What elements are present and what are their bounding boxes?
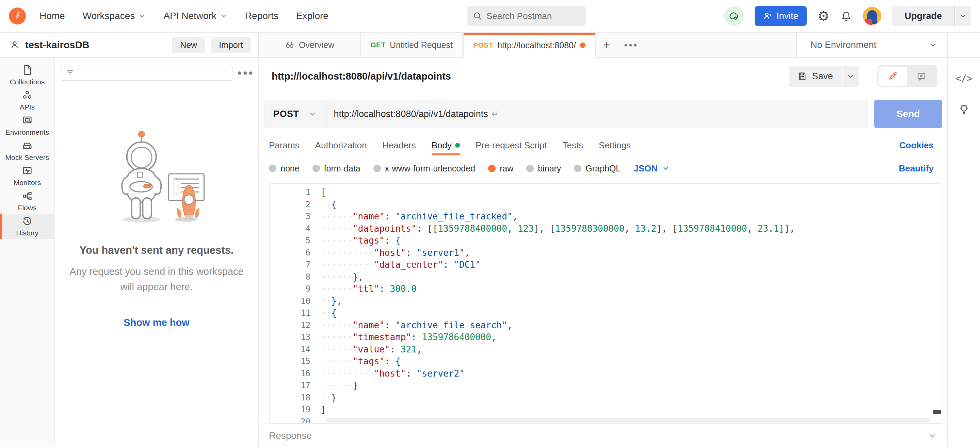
global-search[interactable]: [467, 6, 586, 26]
nav-item-api-network[interactable]: API Network: [163, 11, 228, 21]
show-me-how-link[interactable]: Show me how: [124, 317, 189, 328]
reqtab-label: Params: [269, 140, 299, 151]
history-filter-input[interactable]: [60, 65, 232, 81]
reqtab-label: Tests: [562, 140, 583, 151]
sidebar-item-collections[interactable]: Collections: [0, 63, 54, 88]
sidebar-item-flows[interactable]: Flows: [0, 189, 54, 214]
settings-gear-icon[interactable]: ⚙: [818, 8, 830, 24]
invite-button[interactable]: Invite: [755, 6, 807, 26]
body-mode-raw[interactable]: raw: [488, 163, 513, 173]
save-button[interactable]: Save: [789, 66, 842, 87]
body-editor[interactable]: 1[2··{3······"name": "archive_file_track…: [269, 183, 942, 424]
unsaved-changes-dot: [580, 43, 585, 48]
sidebar-item-label: Environments: [5, 128, 49, 136]
save-options-chevron[interactable]: [843, 66, 859, 87]
reqtab-label: Headers: [382, 140, 415, 151]
reqtab-label: Authorization: [315, 140, 367, 151]
body-mode-binary[interactable]: binary: [526, 163, 561, 173]
request-builder-pane: http://localhost:8080/api/v1/datapoints …: [259, 58, 947, 447]
user-avatar[interactable]: [863, 7, 881, 25]
language-value: JSON: [633, 163, 658, 174]
tab-overview[interactable]: Overview: [259, 33, 361, 57]
sidebar-item-label: History: [16, 229, 38, 237]
beautify-link[interactable]: Beautify: [899, 163, 934, 174]
sidebar-item-apis[interactable]: APIs: [0, 88, 54, 113]
monitors-icon: [21, 165, 33, 176]
nav-item-explore[interactable]: Explore: [296, 11, 328, 21]
comments-button[interactable]: [907, 67, 936, 86]
cookies-link[interactable]: Cookies: [899, 140, 934, 151]
response-section-header[interactable]: Response: [259, 423, 947, 447]
line-number: 6: [270, 247, 321, 259]
new-button[interactable]: New: [172, 37, 205, 53]
search-icon: [473, 11, 482, 21]
method-selector[interactable]: POST: [264, 100, 326, 128]
upgrade-chevron-button[interactable]: [955, 6, 971, 26]
tab-headers[interactable]: Headers: [382, 133, 415, 157]
tab-more-options-icon[interactable]: ●●●: [617, 33, 645, 57]
overview-icon: [285, 40, 295, 50]
code-text: ··}: [321, 392, 337, 404]
workspace-header: test-kairosDB New Import: [0, 33, 259, 57]
postman-logo-icon[interactable]: [9, 8, 26, 24]
sidebar-item-environments[interactable]: Environments: [0, 113, 54, 138]
import-button[interactable]: Import: [211, 37, 251, 53]
history-empty-state: You haven't sent any requests. Any reque…: [55, 125, 258, 328]
notifications-bell-icon[interactable]: [840, 10, 852, 22]
code-line: 3······"name": "archive_file_tracked",: [270, 211, 931, 223]
mode-label: none: [280, 163, 299, 173]
sidebar-item-monitors[interactable]: Monitors: [0, 163, 54, 189]
workspace-name[interactable]: test-kairosDB: [25, 40, 89, 51]
person-plus-icon: [763, 11, 772, 21]
environment-selector[interactable]: No Environment: [796, 33, 947, 57]
comment-icon: [916, 71, 927, 81]
chevron-down-icon: [138, 12, 146, 20]
astronaut-illustration: [92, 125, 221, 227]
line-number: 18: [270, 392, 321, 404]
tab-untitled-request[interactable]: GETUntitled Request: [361, 33, 463, 57]
sidebar-item-mock-servers[interactable]: Mock Servers: [0, 138, 54, 163]
url-input[interactable]: http://localhost:8080/api/v1/datapoints: [326, 109, 488, 119]
top-navbar: HomeWorkspacesAPI NetworkReportsExplore …: [0, 0, 980, 33]
save-button-group: Save: [789, 66, 859, 87]
lightbulb-icon[interactable]: [958, 103, 970, 115]
body-mode-form-data[interactable]: form-data: [312, 163, 361, 173]
divider: [868, 67, 869, 86]
tab-params[interactable]: Params: [269, 133, 299, 157]
tab-authorization[interactable]: Authorization: [315, 133, 367, 157]
radio-form-data: [312, 165, 320, 172]
body-mode-none[interactable]: none: [269, 163, 299, 173]
tab-pre-request-script[interactable]: Pre-request Script: [476, 133, 547, 157]
environment-selected: No Environment: [810, 40, 877, 50]
horizontal-scrollbar-track[interactable]: [326, 418, 930, 423]
chevron-down-icon: [220, 12, 228, 20]
upgrade-button[interactable]: Upgrade: [892, 6, 954, 26]
line-number: 7: [270, 259, 321, 271]
code-snippet-icon[interactable]: </>: [956, 73, 973, 84]
sidebar-item-history[interactable]: History: [0, 214, 54, 239]
request-config-tabs: ParamsAuthorizationHeadersBodyPre-reques…: [259, 133, 947, 157]
history-more-options-icon[interactable]: ●●●: [237, 68, 254, 77]
body-mode-graphql[interactable]: GraphQL: [574, 163, 620, 173]
sync-status-icon[interactable]: [724, 6, 744, 26]
language-selector[interactable]: JSON: [633, 163, 670, 174]
tab-label: Untitled Request: [390, 40, 453, 50]
body-mode-x-www-form-urlencoded[interactable]: x-www-form-urlencoded: [374, 163, 475, 173]
tab-tests[interactable]: Tests: [562, 133, 583, 157]
nav-item-home[interactable]: Home: [40, 11, 65, 21]
new-tab-button[interactable]: [596, 33, 617, 57]
tab-http-localhost-8080[interactable]: POSThttp://localhost:8080/: [463, 33, 596, 58]
edit-mode-button[interactable]: [878, 67, 907, 86]
radio-graphql: [574, 165, 581, 172]
line-number: 9: [270, 283, 321, 295]
send-button[interactable]: Send: [874, 100, 942, 128]
line-number: 5: [270, 235, 321, 247]
nav-item-workspaces[interactable]: Workspaces: [83, 11, 146, 21]
tab-settings[interactable]: Settings: [599, 133, 631, 157]
nav-item-reports[interactable]: Reports: [245, 11, 278, 21]
mode-label: form-data: [324, 163, 361, 173]
vertical-scrollbar[interactable]: [932, 184, 942, 423]
tab-body[interactable]: Body: [432, 133, 460, 157]
search-input[interactable]: [487, 11, 568, 21]
scrollbar-handle[interactable]: [933, 410, 941, 414]
